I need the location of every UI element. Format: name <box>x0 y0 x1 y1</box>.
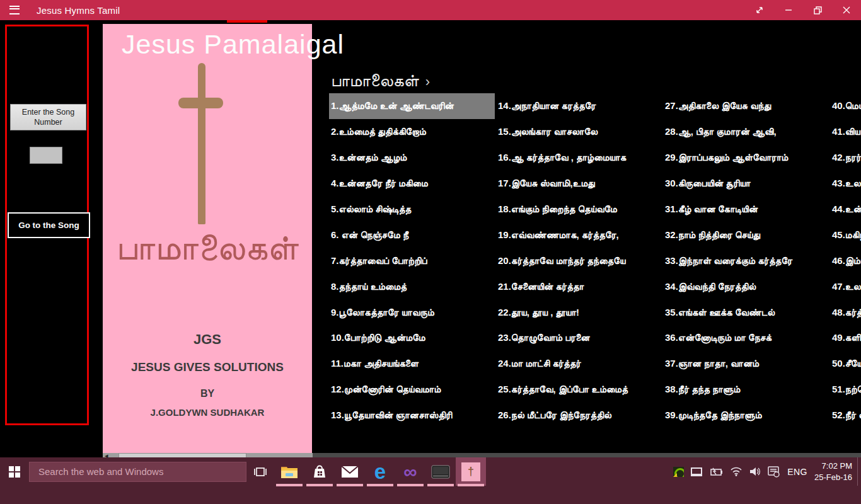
song-item[interactable]: 36.என்னோடிரும் மா நேசக் <box>663 325 829 351</box>
song-item[interactable]: 35.எங்கள் ஊக்க வேண்டல் <box>663 299 829 325</box>
song-item[interactable]: 30.கிருபையின் சூரியா <box>663 171 829 197</box>
song-item[interactable]: 43.உலக <box>830 171 861 197</box>
song-item[interactable]: 13.யூதேயாவின் ஞானசாஸ்திரி <box>329 403 495 428</box>
song-item[interactable]: 15.அலங்கார வாசலாலே <box>496 119 662 145</box>
song-item[interactable]: 27.அதிகாலை இயேசு வந்து <box>663 93 829 119</box>
song-item[interactable]: 26.நல் மீட்பரே இந்நேரத்தில் <box>496 403 662 428</box>
visual-studio-icon[interactable]: ∞ <box>395 457 425 486</box>
song-item[interactable]: 20.கர்த்தாவே மாந்தர் தந்தையே <box>496 248 662 273</box>
go-to-song-button[interactable]: Go to the Song <box>8 212 90 238</box>
cover-tamil-title: பாமாலைகள் <box>103 227 312 268</box>
clock[interactable]: 7:02 PM 25-Feb-16 <box>814 461 852 483</box>
song-item[interactable]: 28.ஆ, பிதா குமாரன் ஆவி, <box>663 119 829 145</box>
song-item[interactable]: 51.நற்செ <box>830 377 861 403</box>
volume-icon[interactable] <box>749 467 761 476</box>
song-item[interactable]: 4.உன்னதரே நீர் மகிமை <box>329 171 495 197</box>
song-item[interactable]: 23.தொழுவோம் பரனை <box>496 325 662 351</box>
tray-time: 7:02 PM <box>814 461 852 472</box>
show-desktop-button[interactable] <box>857 457 861 486</box>
nvidia-tray-icon[interactable] <box>673 467 684 477</box>
song-item[interactable]: 37.ஞான நாதா, வானம் <box>663 351 829 377</box>
song-item[interactable]: 33.இந்நாள் வரைக்கும் கர்த்தரே <box>663 248 829 273</box>
song-number-input[interactable] <box>30 147 62 164</box>
song-item[interactable]: 42.நரர்க <box>830 145 861 171</box>
song-item[interactable]: 5.எல்லாம் சிஷ்டித்த <box>329 197 495 222</box>
display-tray-icon[interactable] <box>691 467 702 476</box>
wifi-icon[interactable] <box>730 467 743 476</box>
song-item[interactable]: 17.இயேசு ஸ்வாமி,உமது <box>496 171 662 197</box>
song-item[interactable]: 21.சேனையின் கர்த்தா <box>496 273 662 299</box>
action-center-icon[interactable] <box>768 466 780 478</box>
fullscreen-icon[interactable] <box>745 0 774 20</box>
song-item[interactable]: 22.தூய, தூய , தூயா! <box>496 299 662 325</box>
restore-icon[interactable] <box>803 0 832 20</box>
window-title: Jesus Hymns Tamil <box>37 5 120 16</box>
list-header[interactable]: பாமாலைகள்› <box>331 71 430 91</box>
song-item[interactable]: 1.ஆத்மமே உன் ஆண்டவரின் <box>329 93 495 119</box>
minimize-icon[interactable] <box>774 0 803 20</box>
song-item[interactable]: 19.எவ்வண்ணமாக, கர்த்தரே, <box>496 222 662 248</box>
song-grid: 1.ஆத்மமே உன் ஆண்டவரின்2.உம்மைத் துதிக்கி… <box>329 93 861 428</box>
taskbar: Search the web and Windows <box>0 457 861 504</box>
song-item[interactable]: 9.பூலோகத்தாரே யாவரும் <box>329 299 495 325</box>
song-item[interactable]: 48.கர்த் <box>830 299 861 325</box>
windows-logo-icon <box>9 466 20 478</box>
song-item[interactable]: 8.தந்தாய் உம்மைத் <box>329 273 495 299</box>
file-explorer-icon[interactable] <box>274 457 304 486</box>
taskbar-search-input[interactable]: Search the web and Windows <box>29 462 246 482</box>
cross-icon <box>198 63 205 224</box>
cover-org-full: JESUS GIVES SOLUTIONS <box>103 360 312 374</box>
start-button[interactable] <box>0 457 29 486</box>
song-item[interactable]: 38.நீர் தந்த நாளும் <box>663 377 829 403</box>
song-item[interactable]: 14.அநாதியான கரத்தரே <box>496 93 662 119</box>
song-item[interactable]: 45.மகிழ் <box>830 222 861 248</box>
edge-icon[interactable]: e <box>365 457 395 486</box>
system-tray: ENG 7:02 PM 25-Feb-16 <box>673 457 852 486</box>
song-item[interactable]: 7.கர்த்தாவைப் போற்றிப் <box>329 248 495 273</box>
song-item[interactable]: 44.உன் <box>830 197 861 222</box>
song-item[interactable]: 46.இம்ப <box>830 248 861 273</box>
song-item[interactable]: 10.போற்றிடு ஆன்மமே <box>329 325 495 351</box>
song-item[interactable]: 32.நாம் நித்திரை செய்து <box>663 222 829 248</box>
song-item[interactable]: 6. என் நெஞ்சமே நீ <box>329 222 495 248</box>
cover-image: பாமாலைகள் JGS JESUS GIVES SOLUTIONS BY J… <box>103 24 312 455</box>
song-item[interactable]: 31.கீழ் வான கோடியின் <box>663 197 829 222</box>
song-item[interactable]: 52.நீர் வ <box>830 403 861 428</box>
chevron-right-icon: › <box>425 74 430 89</box>
hamburger-menu-icon[interactable] <box>0 0 29 20</box>
song-item[interactable]: 34.இவ்வந்தி நேரத்தில் <box>663 273 829 299</box>
song-item[interactable]: 47.உலகே <box>830 273 861 299</box>
enter-song-number-label[interactable]: Enter the Song Number <box>10 104 86 130</box>
song-item[interactable]: 18.எங்கும் நிறைந்த தெய்வமே <box>496 197 662 222</box>
search-placeholder: Search the web and Windows <box>38 466 163 477</box>
tray-date: 25-Feb-16 <box>814 472 852 483</box>
language-indicator[interactable]: ENG <box>787 467 807 477</box>
mail-icon[interactable] <box>335 457 365 486</box>
jesus-hymns-app-icon[interactable]: † <box>456 457 486 486</box>
close-icon[interactable] <box>832 0 861 20</box>
song-item[interactable]: 49.களி <box>830 325 861 351</box>
battery-icon[interactable] <box>709 467 723 476</box>
song-item[interactable]: 50.சீயோ <box>830 351 861 377</box>
song-item[interactable]: 25.கர்த்தாவே, இப்போ உம்மைத் <box>496 377 662 403</box>
store-icon[interactable] <box>304 457 335 486</box>
song-item[interactable]: 11.மகா அதிசயங்களை <box>329 351 495 377</box>
song-item[interactable]: 16.ஆ கர்த்தாவே , தாழ்மையாக <box>496 145 662 171</box>
song-item[interactable]: 40.மெய் <box>830 93 861 119</box>
song-item[interactable]: 29.இராப்பகலும் ஆள்வோராம் <box>663 145 829 171</box>
app-window: 0 001 Jesus Hymns Tamil Enter the Song N… <box>0 0 861 504</box>
task-view-icon[interactable] <box>246 457 274 486</box>
page-heading: Jesus Pamalaigal <box>122 29 344 60</box>
song-item[interactable]: 24.மா மாட்சி கர்த்தர் <box>496 351 662 377</box>
song-item[interactable]: 39.முடிந்ததே இந்நாளும் <box>663 403 829 428</box>
cover-by-label: BY <box>103 388 312 399</box>
cross-icon-arm <box>178 98 223 108</box>
song-item[interactable]: 12.முன்னோரின் தெய்வமாம் <box>329 377 495 403</box>
emulator-icon[interactable] <box>425 457 456 486</box>
title-bar: Jesus Hymns Tamil <box>0 0 861 20</box>
song-item[interactable]: 41.வியா <box>830 119 861 145</box>
cover-org-abbr: JGS <box>103 331 312 348</box>
song-item[interactable]: 3.உன்னதம் ஆழம் <box>329 145 495 171</box>
cover-author: J.GOLDYWN SUDHAKAR <box>103 407 312 418</box>
song-item[interactable]: 2.உம்மைத் துதிக்கிறோம் <box>329 119 495 145</box>
